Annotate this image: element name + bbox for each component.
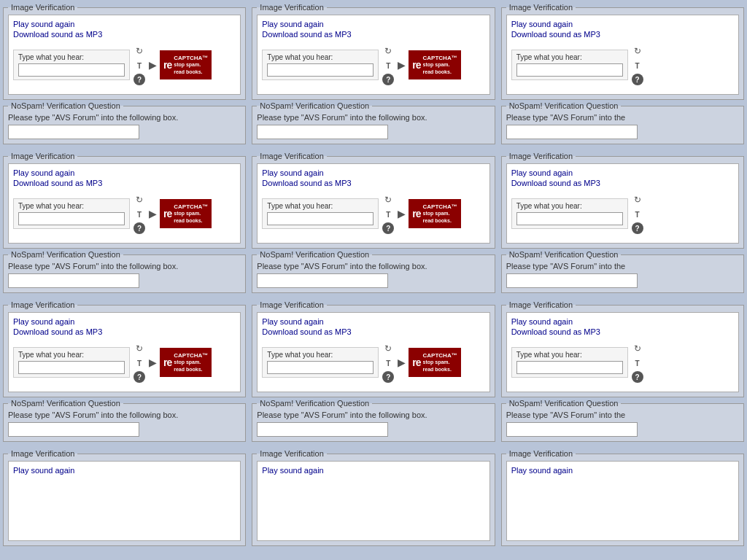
captcha-input-2[interactable] <box>18 212 125 225</box>
help-icon-2[interactable]: ? <box>133 222 145 234</box>
type-label-c3-3: Type what you hear: <box>516 351 582 359</box>
refresh-icon-c2-3[interactable]: ↻ <box>382 342 395 355</box>
nospam-input-3[interactable] <box>8 422 139 437</box>
nospam-input-c2-3[interactable] <box>257 422 388 437</box>
nospam-input-c2-1[interactable] <box>257 125 388 139</box>
nospam-legend-3: NoSpam! Verification Question <box>8 399 123 408</box>
help-icon-c3-3[interactable]: ? <box>632 371 643 383</box>
nospam-text-c2-2: Please type "AVS Forum" into the followi… <box>257 262 489 271</box>
refresh-icon-3[interactable]: ↻ <box>133 342 146 355</box>
refresh-icon[interactable]: ↻ <box>133 44 146 58</box>
download-mp3-link[interactable]: Download sound as MP3 <box>13 30 236 39</box>
nospam-text-c3-3: Please type "AVS Forum" into the <box>506 411 739 419</box>
download-mp3-c2-1[interactable]: Download sound as MP3 <box>262 30 484 39</box>
help-icon-c3-2[interactable]: ? <box>632 222 643 234</box>
type-label-box-c3-1: Type what you hear: <box>511 50 628 80</box>
image-verification-c3-2: Image Verification Play sound again Down… <box>501 152 744 249</box>
text-icon[interactable]: T <box>133 59 146 72</box>
text-icon-2[interactable]: T <box>133 208 146 221</box>
iv-inner: Play sound again Download sound as MP3 T… <box>8 15 241 95</box>
iv-legend-c3-2: Image Verification <box>506 152 576 160</box>
nospam-input-c2-2[interactable] <box>257 273 388 288</box>
text-icon-c3-2[interactable]: T <box>631 208 644 221</box>
nospam-input-c3-1[interactable] <box>506 125 638 139</box>
play-sound-c2-1[interactable]: Play sound again <box>262 20 484 28</box>
download-mp3-c3-3[interactable]: Download sound as MP3 <box>511 327 734 336</box>
captcha-input-c2-1[interactable] <box>267 63 374 77</box>
nospam-c2-3: NoSpam! Verification Question Please typ… <box>252 399 495 442</box>
nospam-text-c2-1: Please type "AVS Forum" into the followi… <box>257 113 489 122</box>
nospam-input[interactable] <box>8 125 139 139</box>
refresh-icon-2[interactable]: ↻ <box>133 193 146 206</box>
captcha-row-3: Type what you hear: ↻ T ? ▶ re <box>13 342 236 383</box>
refresh-icon-c2-2[interactable]: ↻ <box>382 193 395 206</box>
help-icon-c3-1[interactable]: ? <box>632 74 643 85</box>
captcha-input-c3-2[interactable] <box>516 212 623 225</box>
text-icon-c2-1[interactable]: T <box>382 59 395 72</box>
arrow-icon-2: ▶ <box>149 208 157 219</box>
captcha-row-c2-1: Type what you hear: ↻ T ? ▶ re <box>262 44 484 85</box>
play-sound-c3-2[interactable]: Play sound again <box>511 168 734 177</box>
play-sound-c3-1[interactable]: Play sound again <box>511 20 734 28</box>
help-icon-c2-1[interactable]: ? <box>382 74 394 85</box>
recaptcha-logo-c2-1: re <box>412 59 420 71</box>
type-label-box-c3-3: Type what you hear: <box>511 347 628 378</box>
refresh-icon-c3-1[interactable]: ↻ <box>631 44 644 58</box>
type-label-box-2: Type what you hear: <box>13 198 130 229</box>
play-sound-c3-3[interactable]: Play sound again <box>511 317 734 326</box>
section-group-c2-1: Image Verification Play sound again Down… <box>249 0 498 149</box>
recaptcha-line1: stop spam. <box>174 61 208 68</box>
captcha-input-c3-3[interactable] <box>516 361 623 374</box>
help-icon-3[interactable]: ? <box>133 371 145 383</box>
download-mp3-link-3[interactable]: Download sound as MP3 <box>13 327 236 336</box>
captcha-input[interactable] <box>18 63 125 77</box>
help-icon-c2-3[interactable]: ? <box>382 371 394 383</box>
captcha-input-c2-2[interactable] <box>267 212 374 225</box>
text-icon-c2-3[interactable]: T <box>382 357 395 370</box>
play-sound-link-2[interactable]: Play sound again <box>13 168 236 177</box>
iv-inner-c3-4: Play sound again <box>506 461 739 541</box>
play-sound-c2-2[interactable]: Play sound again <box>262 168 484 177</box>
page-grid: Image Verification Play sound again Down… <box>0 0 747 551</box>
arrow-col-c2-1: ▶ <box>398 59 406 71</box>
captcha-input-c2-3[interactable] <box>267 361 374 374</box>
nospam-input-2[interactable] <box>8 273 139 288</box>
nospam-text-c3-1: Please type "AVS Forum" into the <box>506 113 739 122</box>
download-mp3-c3-1[interactable]: Download sound as MP3 <box>511 30 734 39</box>
help-icon[interactable]: ? <box>133 74 145 85</box>
refresh-icon-c3-2[interactable]: ↻ <box>631 193 644 206</box>
type-label-box: Type what you hear: <box>13 50 130 80</box>
captcha-row-c2-3: Type what you hear: ↻ T ? ▶ re <box>262 342 484 383</box>
play-sound-link-4[interactable]: Play sound again <box>13 466 236 475</box>
nospam-text-c2-3: Please type "AVS Forum" into the followi… <box>257 411 489 419</box>
download-mp3-c2-3[interactable]: Download sound as MP3 <box>262 327 484 336</box>
play-sound-c3-4[interactable]: Play sound again <box>511 466 734 475</box>
refresh-icon-c2-1[interactable]: ↻ <box>382 44 395 58</box>
recaptcha-text-block: CAPTCHA™ stop spam. read books. <box>174 55 208 74</box>
text-icon-c3-3[interactable]: T <box>631 357 644 370</box>
text-icon-c2-2[interactable]: T <box>382 208 395 221</box>
nospam-input-c3-3[interactable] <box>506 422 638 437</box>
help-icon-c2-2[interactable]: ? <box>382 222 394 234</box>
play-sound-link[interactable]: Play sound again <box>13 20 236 28</box>
image-verification-c2-3: Image Verification Play sound again Down… <box>252 300 495 397</box>
nospam-c2-1: NoSpam! Verification Question Please typ… <box>252 101 495 144</box>
download-mp3-c3-2[interactable]: Download sound as MP3 <box>511 179 734 187</box>
play-sound-c2-4[interactable]: Play sound again <box>262 466 484 475</box>
captcha-input-3[interactable] <box>18 361 125 374</box>
iv-legend-c2-4: Image Verification <box>257 449 326 458</box>
download-mp3-link-2[interactable]: Download sound as MP3 <box>13 179 236 187</box>
refresh-icon-c3-3[interactable]: ↻ <box>631 342 644 355</box>
arrow-col-c2-3: ▶ <box>398 357 406 368</box>
nospam-input-c3-2[interactable] <box>506 273 638 288</box>
recaptcha-brand: CAPTCHA™ <box>174 55 208 61</box>
captcha-input-c3-1[interactable] <box>516 63 623 77</box>
play-sound-c2-3[interactable]: Play sound again <box>262 317 484 326</box>
play-sound-link-3[interactable]: Play sound again <box>13 317 236 326</box>
text-icon-3[interactable]: T <box>133 357 146 370</box>
type-label-box-c2-1: Type what you hear: <box>262 50 379 80</box>
recaptcha-line1-2: stop spam. <box>174 210 208 217</box>
iv-legend-c2-2: Image Verification <box>257 152 326 160</box>
text-icon-c3-1[interactable]: T <box>631 59 644 72</box>
download-mp3-c2-2[interactable]: Download sound as MP3 <box>262 179 484 187</box>
